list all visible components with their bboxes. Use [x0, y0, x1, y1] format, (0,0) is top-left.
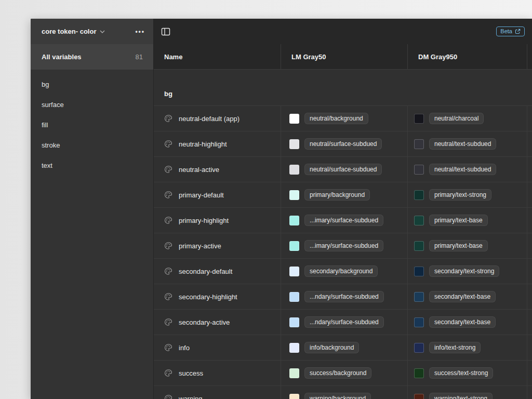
table-row[interactable]: neutral-active neutral/surface-subdued n… [154, 156, 532, 182]
sidebar-item-stroke[interactable]: stroke [31, 135, 153, 155]
dm-value-cell[interactable]: neutral/charcoal [407, 106, 527, 131]
variable-name-cell[interactable]: neutral-active [154, 157, 281, 182]
lm-color-swatch[interactable] [289, 343, 299, 353]
lm-alias-pill[interactable]: primary/background [304, 189, 370, 201]
variable-name-cell[interactable]: secondary-active [154, 310, 281, 335]
lm-color-swatch[interactable] [289, 190, 299, 200]
dm-alias-pill[interactable]: warning/text-strong [429, 393, 493, 399]
dm-value-cell[interactable]: secondary/text-base [407, 284, 527, 309]
sidebar-item-bg[interactable]: bg [31, 74, 153, 95]
toggle-sidebar-icon[interactable] [161, 27, 170, 36]
table-row[interactable]: neutral-highlight neutral/surface-subdue… [154, 131, 532, 156]
column-header-lm-gray50[interactable]: LM Gray50 [281, 44, 407, 69]
lm-color-swatch[interactable] [289, 292, 299, 302]
lm-value-cell[interactable]: neutral/surface-subdued [281, 157, 407, 182]
dm-alias-pill[interactable]: secondary/text-base [429, 316, 496, 328]
column-header-dm-gray950[interactable]: DM Gray950 [407, 44, 527, 69]
variable-name-cell[interactable]: primary-active [154, 233, 281, 258]
dm-value-cell[interactable]: info/text-strong [407, 335, 527, 360]
table-row[interactable]: warning warning/background warning/text-… [154, 385, 532, 399]
dm-alias-pill[interactable]: neutral/text-subdued [429, 164, 496, 175]
dm-value-cell[interactable]: success/text-strong [407, 361, 527, 385]
lm-value-cell[interactable]: ...ndary/surface-subdued [281, 284, 407, 309]
dm-value-cell[interactable]: primary/text-strong [407, 182, 527, 207]
lm-alias-pill[interactable]: neutral/surface-subdued [304, 164, 382, 175]
sidebar-item-surface[interactable]: surface [31, 95, 153, 115]
dm-alias-pill[interactable]: primary/text-strong [429, 189, 491, 201]
table-row[interactable]: primary-default primary/background prima… [154, 182, 532, 207]
lm-value-cell[interactable]: neutral/background [281, 106, 407, 131]
dm-value-cell[interactable]: primary/text-base [407, 233, 527, 258]
dm-alias-pill[interactable]: secondary/text-strong [429, 265, 499, 277]
more-menu-button[interactable]: ••• [135, 28, 145, 35]
chevron-down-icon[interactable] [100, 30, 105, 33]
dm-alias-pill[interactable]: secondary/text-base [429, 291, 496, 302]
variable-name-cell[interactable]: info [154, 335, 281, 360]
sidebar-item-all-variables[interactable]: All variables 81 [31, 44, 153, 70]
dm-value-cell[interactable]: neutral/text-subdued [407, 131, 527, 156]
lm-alias-pill[interactable]: info/background [304, 342, 359, 353]
dm-color-swatch[interactable] [414, 114, 424, 124]
sidebar-item-fill[interactable]: fill [31, 115, 153, 135]
variable-name-cell[interactable]: neutral-highlight [154, 131, 281, 156]
lm-color-swatch[interactable] [289, 114, 299, 124]
table-row[interactable]: neutral-default (app) neutral/background… [154, 105, 532, 131]
dm-alias-pill[interactable]: neutral/text-subdued [429, 138, 496, 150]
dm-color-swatch[interactable] [414, 165, 424, 175]
dm-value-cell[interactable]: neutral/text-subdued [407, 157, 527, 182]
dm-value-cell[interactable]: secondary/text-base [407, 310, 527, 335]
dm-alias-pill[interactable]: primary/text-base [429, 240, 488, 251]
table-row[interactable]: secondary-active ...ndary/surface-subdue… [154, 309, 532, 335]
lm-color-swatch[interactable] [289, 216, 299, 225]
lm-color-swatch[interactable] [289, 267, 299, 276]
dm-value-cell[interactable]: warning/text-strong [407, 386, 527, 399]
lm-alias-pill[interactable]: success/background [304, 367, 371, 379]
lm-alias-pill[interactable]: warning/background [304, 393, 371, 399]
lm-color-swatch[interactable] [289, 368, 299, 378]
dm-color-swatch[interactable] [414, 394, 424, 399]
lm-alias-pill[interactable]: neutral/surface-subdued [304, 138, 382, 150]
dm-value-cell[interactable]: primary/text-base [407, 208, 527, 233]
table-row[interactable]: success success/background success/text-… [154, 360, 532, 385]
lm-value-cell[interactable]: warning/background [281, 386, 407, 399]
table-row[interactable]: primary-highlight ...imary/surface-subdu… [154, 207, 532, 233]
lm-alias-pill[interactable]: neutral/background [304, 113, 368, 124]
dm-alias-pill[interactable]: primary/text-base [429, 215, 488, 226]
lm-color-swatch[interactable] [289, 165, 299, 175]
variable-name-cell[interactable]: secondary-default [154, 259, 281, 284]
variable-name-cell[interactable]: secondary-highlight [154, 284, 281, 309]
dm-color-swatch[interactable] [414, 368, 424, 378]
dm-color-swatch[interactable] [414, 343, 424, 353]
variable-name-cell[interactable]: neutral-default (app) [154, 106, 281, 131]
column-header-name[interactable]: Name [154, 44, 281, 69]
lm-value-cell[interactable]: ...imary/surface-subdued [281, 233, 407, 258]
lm-alias-pill[interactable]: secondary/background [304, 265, 378, 277]
lm-alias-pill[interactable]: ...imary/surface-subdued [304, 240, 383, 251]
lm-value-cell[interactable]: info/background [281, 335, 407, 360]
table-row[interactable]: secondary-default secondary/background s… [154, 258, 532, 284]
dm-value-cell[interactable]: secondary/text-strong [407, 259, 527, 284]
lm-value-cell[interactable]: neutral/surface-subdued [281, 131, 407, 156]
variable-name-cell[interactable]: primary-highlight [154, 208, 281, 233]
dm-color-swatch[interactable] [414, 216, 424, 225]
lm-value-cell[interactable]: primary/background [281, 182, 407, 207]
collection-dropdown[interactable]: core token- color [42, 28, 105, 35]
lm-color-swatch[interactable] [289, 139, 299, 149]
lm-alias-pill[interactable]: ...ndary/surface-subdued [304, 316, 384, 328]
lm-value-cell[interactable]: ...ndary/surface-subdued [281, 310, 407, 335]
dm-alias-pill[interactable]: success/text-strong [429, 367, 493, 379]
variable-name-cell[interactable]: success [154, 361, 281, 385]
dm-color-swatch[interactable] [414, 241, 424, 251]
variable-name-cell[interactable]: primary-default [154, 182, 281, 207]
group-header-bg[interactable]: bg [154, 70, 532, 105]
table-row[interactable]: info info/background info/text-strong [154, 335, 532, 360]
lm-alias-pill[interactable]: ...ndary/surface-subdued [304, 291, 384, 302]
lm-color-swatch[interactable] [289, 241, 299, 251]
dm-color-swatch[interactable] [414, 317, 424, 327]
lm-color-swatch[interactable] [289, 317, 299, 327]
lm-value-cell[interactable]: success/background [281, 361, 407, 385]
table-row[interactable]: primary-active ...imary/surface-subdued … [154, 233, 532, 258]
beta-badge[interactable]: Beta [496, 26, 525, 36]
dm-color-swatch[interactable] [414, 139, 424, 149]
lm-value-cell[interactable]: secondary/background [281, 259, 407, 284]
